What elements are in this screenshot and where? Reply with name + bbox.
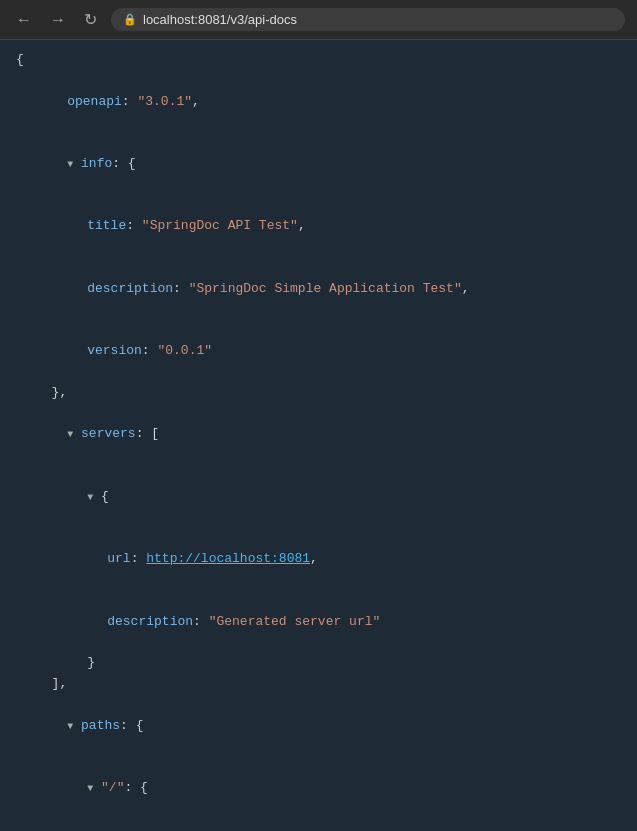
servers-close: ], xyxy=(16,674,621,695)
lock-icon: 🔒 xyxy=(123,13,137,26)
server-item-open: ▼ { xyxy=(16,466,621,528)
url-line: url: http://localhost:8081, xyxy=(16,528,621,590)
browser-toolbar: ← → ↻ 🔒 localhost:8081/v3/api-docs xyxy=(0,0,637,40)
slash-triangle[interactable]: ▼ xyxy=(87,783,93,794)
info-triangle[interactable]: ▼ xyxy=(67,159,73,170)
url-key: url xyxy=(107,551,130,566)
title-key: title xyxy=(87,218,126,233)
slash-line: ▼ "/": { xyxy=(16,757,621,819)
info-key: info xyxy=(81,156,112,171)
get-line: ▼ get: { xyxy=(16,819,621,831)
servers-triangle[interactable]: ▼ xyxy=(67,429,73,440)
description-value: "SpringDoc Simple Application Test" xyxy=(189,281,462,296)
root-open: { xyxy=(16,50,621,71)
json-viewer: { openapi: "3.0.1", ▼ info: { title: "Sp… xyxy=(0,40,637,831)
description-line: description: "SpringDoc Simple Applicati… xyxy=(16,258,621,320)
openapi-value: "3.0.1" xyxy=(137,94,192,109)
refresh-button[interactable]: ↻ xyxy=(80,8,101,31)
server-description-key: description xyxy=(107,614,193,629)
title-line: title: "SpringDoc API Test", xyxy=(16,196,621,258)
servers-key: servers xyxy=(81,426,136,441)
openapi-line: openapi: "3.0.1", xyxy=(16,71,621,133)
url-link[interactable]: http://localhost:8081 xyxy=(146,551,310,566)
paths-line: ▼ paths: { xyxy=(16,695,621,757)
address-bar[interactable]: 🔒 localhost:8081/v3/api-docs xyxy=(111,8,625,31)
openapi-key: openapi xyxy=(67,94,122,109)
slash-key: "/" xyxy=(101,780,124,795)
server-description-line: description: "Generated server url" xyxy=(16,591,621,653)
server-description-value: "Generated server url" xyxy=(209,614,381,629)
description-key: description xyxy=(87,281,173,296)
title-value: "SpringDoc API Test" xyxy=(142,218,298,233)
paths-key: paths xyxy=(81,718,120,733)
info-close: }, xyxy=(16,383,621,404)
version-key: version xyxy=(87,343,142,358)
url-text: localhost:8081/v3/api-docs xyxy=(143,12,297,27)
info-line: ▼ info: { xyxy=(16,133,621,195)
server-item-close: } xyxy=(16,653,621,674)
servers-line: ▼ servers: [ xyxy=(16,404,621,466)
version-line: version: "0.0.1" xyxy=(16,320,621,382)
version-value: "0.0.1" xyxy=(157,343,212,358)
paths-triangle[interactable]: ▼ xyxy=(67,721,73,732)
forward-button[interactable]: → xyxy=(46,9,70,31)
server-item-triangle[interactable]: ▼ xyxy=(87,492,93,503)
back-button[interactable]: ← xyxy=(12,9,36,31)
